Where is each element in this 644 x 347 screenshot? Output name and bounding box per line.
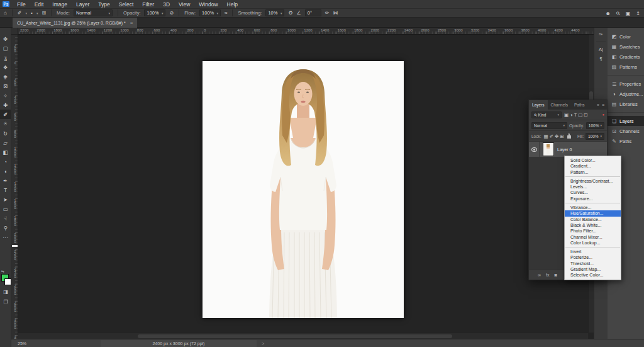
menu-type[interactable]: Type xyxy=(94,1,114,8)
menu-item-brightness-contrast[interactable]: Brightness/Contrast... xyxy=(565,178,621,184)
lasso-tool[interactable]: ʓ xyxy=(0,53,11,62)
lock-transparency-icon[interactable]: ▦ xyxy=(544,134,548,139)
filter-pixel-layers-icon[interactable]: ▣ xyxy=(564,112,569,118)
menu-item-exposure[interactable]: Exposure... xyxy=(565,196,621,202)
dock-item-color[interactable]: ◩Color xyxy=(608,31,644,42)
dock-item-adjustme[interactable]: ◑Adjustme... xyxy=(608,89,644,99)
menu-item-black-white[interactable]: Black & White... xyxy=(565,222,621,228)
menu-item-color-lookup[interactable]: Color Lookup... xyxy=(565,240,621,246)
hand-tool[interactable]: ☟ xyxy=(0,213,11,223)
brush-angle-field[interactable]: 0° xyxy=(305,9,321,16)
search-icon[interactable]: ⚲ xyxy=(614,9,622,18)
tab-channels[interactable]: Channels xyxy=(548,100,571,110)
zoom-level-field[interactable]: 25% xyxy=(18,341,26,346)
menu-item-levels[interactable]: Levels... xyxy=(565,184,621,190)
link-layers-icon[interactable]: ∞ xyxy=(538,273,541,277)
history-brush-tool[interactable]: ↻ xyxy=(0,128,11,138)
filter-smart-objects-icon[interactable]: ⊡ xyxy=(584,112,587,118)
menu-item-curves[interactable]: Curves... xyxy=(565,190,621,195)
canvas-image[interactable] xyxy=(203,61,404,318)
pressure-size-icon[interactable]: ✏ xyxy=(325,9,330,17)
pen-tool[interactable]: ✒ xyxy=(0,176,11,185)
opacity-field[interactable]: 100% ▾ xyxy=(144,9,165,16)
swap-colors-icon[interactable]: ⇆ xyxy=(1,269,4,273)
layer-thumbnail[interactable] xyxy=(543,142,554,156)
symmetry-icon[interactable]: ⋈ xyxy=(333,9,338,17)
filter-shape-layers-icon[interactable]: ▢ xyxy=(578,112,582,118)
horizontal-scrollbar[interactable] xyxy=(18,333,588,339)
smoothing-field[interactable]: 10% ▾ xyxy=(265,9,284,16)
lock-artboard-icon[interactable]: ⊞ xyxy=(560,134,564,139)
toggle-brush-panel-icon[interactable]: ⊞ xyxy=(42,9,46,17)
gradient-tool[interactable]: ◧ xyxy=(0,147,11,157)
screen-mode-icon[interactable]: ❐ xyxy=(0,297,11,306)
lock-all-icon[interactable] xyxy=(567,135,571,139)
quick-mask-icon[interactable]: ◨ xyxy=(0,287,11,296)
eyedropper-tool[interactable]: ✧ xyxy=(0,91,11,100)
tab-layers[interactable]: Layers xyxy=(529,100,548,110)
menu-item-pattern[interactable]: Pattern... xyxy=(565,169,621,175)
chevron-down-icon[interactable]: ▾ xyxy=(36,11,38,15)
brush-settings-panel-icon[interactable]: ✑ xyxy=(594,30,608,39)
dock-item-layers[interactable]: ❏Layers xyxy=(608,116,644,126)
tab-paths[interactable]: Paths xyxy=(571,100,588,110)
menu-item-threshold[interactable]: Threshold... xyxy=(565,261,621,266)
menu-window[interactable]: Window xyxy=(194,1,222,8)
menu-view[interactable]: View xyxy=(174,1,194,8)
zoom-tool[interactable]: ⚲ xyxy=(0,223,11,232)
brush-size-picker[interactable]: • xyxy=(31,9,33,17)
dock-item-channels[interactable]: ⊡Channels xyxy=(608,126,644,136)
rectangle-tool[interactable]: ▭ xyxy=(0,204,11,213)
layer-opacity-field[interactable]: 100% ▾ xyxy=(586,122,604,129)
dock-item-properties[interactable]: ☰Properties xyxy=(608,79,644,89)
layer-filter-dropdown[interactable]: ⚲ Kind ▾ xyxy=(531,111,562,118)
blend-mode-dropdown[interactable]: Normal ▾ xyxy=(531,122,567,129)
blur-tool[interactable]: ◔ xyxy=(0,157,11,166)
crop-tool[interactable]: ⋕ xyxy=(0,72,11,81)
healing-brush-tool[interactable]: ✚ xyxy=(0,100,11,110)
menu-3d[interactable]: 3D xyxy=(158,1,174,8)
mode-dropdown[interactable]: Normal ▾ xyxy=(74,9,113,16)
menu-item-gradient[interactable]: Gradient... xyxy=(565,163,621,169)
eraser-tool[interactable]: ▱ xyxy=(0,138,11,147)
dock-item-libraries[interactable]: ▤Libraries xyxy=(608,99,644,109)
menu-item-channel-mixer[interactable]: Channel Mixer... xyxy=(565,234,621,240)
menu-item-gradient-map[interactable]: Gradient Map... xyxy=(565,266,621,272)
close-icon[interactable]: × xyxy=(130,20,133,26)
menu-item-vibrance[interactable]: Vibrance... xyxy=(565,205,621,210)
menu-item-color-balance[interactable]: Color Balance... xyxy=(565,217,621,222)
home-icon[interactable]: ⌂ xyxy=(4,9,7,17)
menu-item-photo-filter[interactable]: Photo Filter... xyxy=(565,228,621,234)
lock-pixels-icon[interactable]: ✐ xyxy=(550,134,553,139)
panel-menu-icon[interactable]: ≡ xyxy=(602,103,604,107)
dodge-tool[interactable]: ◖ xyxy=(0,166,11,176)
clone-stamp-tool[interactable]: ⍟ xyxy=(0,119,11,128)
account-icon[interactable]: ☻ xyxy=(605,9,610,18)
menu-image[interactable]: Image xyxy=(48,1,72,8)
object-selection-tool[interactable]: ❖ xyxy=(0,62,11,72)
menu-select[interactable]: Select xyxy=(114,1,138,8)
brush-tool[interactable]: ✐ xyxy=(0,110,11,119)
menu-item-posterize[interactable]: Posterize... xyxy=(565,254,621,260)
menu-item-selective-color[interactable]: Selective Color... xyxy=(565,272,621,278)
collapse-icon[interactable]: » xyxy=(597,103,599,107)
layer-filter-toggle[interactable]: ● xyxy=(602,113,604,117)
edit-toolbar[interactable]: ⋯ xyxy=(0,232,11,242)
dock-item-patterns[interactable]: ▨Patterns xyxy=(608,62,644,72)
frame-tool[interactable]: ⊠ xyxy=(0,81,11,91)
paragraph-panel-icon[interactable]: ¶ xyxy=(594,54,608,64)
menu-item-invert[interactable]: Invert xyxy=(565,249,621,254)
menu-filter[interactable]: Filter xyxy=(138,1,158,8)
menu-file[interactable]: File xyxy=(13,1,30,8)
brush-preset-icon[interactable]: ✐ xyxy=(18,9,22,17)
character-panel-icon[interactable]: A| xyxy=(594,45,608,54)
share-icon[interactable]: ↥ xyxy=(636,9,640,18)
gear-icon[interactable]: ⚙ xyxy=(288,9,292,17)
status-chevron-icon[interactable]: > xyxy=(262,341,264,346)
flow-field[interactable]: 100% ▾ xyxy=(199,9,221,16)
layer-row[interactable]: Layer 0 xyxy=(529,142,607,157)
workspace-icon[interactable]: ▣ xyxy=(626,9,631,18)
dock-item-paths[interactable]: ✎Paths xyxy=(608,136,644,146)
filter-type-layers-icon[interactable]: T xyxy=(574,112,577,118)
airbrush-icon[interactable]: ≈ xyxy=(225,9,227,17)
